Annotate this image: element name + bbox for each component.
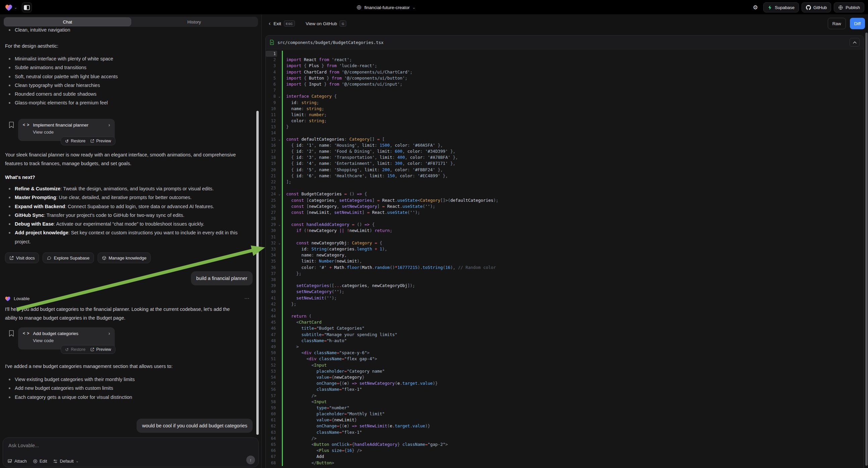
preview-button[interactable]: Preview bbox=[90, 139, 111, 143]
chat-scrollbar[interactable] bbox=[256, 111, 259, 435]
file-path: src/components/budget/BudgetCategories.t… bbox=[277, 40, 383, 45]
collapse-file-button[interactable] bbox=[849, 38, 860, 47]
github-button[interactable]: GitHub bbox=[802, 2, 831, 12]
raw-toggle-button[interactable]: Raw bbox=[828, 18, 846, 29]
attach-button[interactable]: Attach bbox=[8, 459, 27, 464]
fold-toggle-icon bbox=[277, 344, 282, 350]
bookmark-icon[interactable] bbox=[9, 330, 14, 337]
fold-toggle-icon bbox=[277, 258, 282, 264]
globe-icon bbox=[838, 5, 843, 10]
g-shortcut-badge: G bbox=[340, 21, 346, 27]
line-number: 25 bbox=[266, 197, 277, 203]
code-line: 4import ChartCard from '@/components/ui/… bbox=[266, 69, 864, 75]
line-number: 46 bbox=[266, 325, 277, 331]
project-switcher[interactable]: financial-future-creator ⌄ bbox=[356, 0, 415, 15]
list-item: Each category gets a unique color for vi… bbox=[5, 393, 248, 402]
fold-toggle-icon[interactable]: ⌄ bbox=[277, 240, 282, 246]
list-item: Minimalist interface with plenty of whit… bbox=[5, 54, 248, 63]
code-line: 19 { id: '4', name: 'Entertainment', lim… bbox=[266, 160, 864, 167]
tab-chat[interactable]: Chat bbox=[4, 18, 131, 26]
fold-toggle-icon bbox=[277, 87, 282, 93]
restore-icon: ↺ bbox=[65, 139, 69, 144]
code-line: 18 { id: '3', name: 'Transportation', li… bbox=[266, 154, 864, 160]
sliders-icon bbox=[53, 459, 58, 464]
code-line: 65 <Button onClick={handleAddCategory} c… bbox=[266, 441, 864, 447]
preview-button[interactable]: Preview bbox=[90, 347, 111, 352]
code-line: 7 bbox=[266, 87, 864, 93]
supabase-button[interactable]: Supabase bbox=[763, 2, 799, 12]
fold-toggle-icon bbox=[277, 429, 282, 435]
code-line: 40 setNewCategory(''); bbox=[266, 289, 864, 295]
exit-button[interactable]: Exit bbox=[274, 21, 281, 26]
list-item: Refine & Customize: Tweak the design, an… bbox=[5, 184, 244, 193]
send-button[interactable]: ↑ bbox=[246, 456, 255, 464]
more-options-icon[interactable]: ⋯ bbox=[244, 295, 250, 301]
bookmark-icon[interactable] bbox=[9, 121, 14, 128]
chevron-right-icon: › bbox=[108, 122, 110, 127]
chevron-down-icon: ⌄ bbox=[412, 5, 415, 10]
code-lines: 12import React from 'react';3import { Pl… bbox=[266, 49, 864, 466]
lovable-heart-icon bbox=[5, 4, 13, 11]
list-item: Soft, neutral color palette with light b… bbox=[5, 72, 248, 81]
lovable-logo-menu[interactable]: ⌄ bbox=[5, 4, 17, 11]
line-number: 14 bbox=[266, 130, 277, 136]
fold-toggle-icon[interactable]: ⌄ bbox=[277, 136, 282, 142]
visit-docs-button[interactable]: Visit docs bbox=[5, 253, 39, 263]
fold-toggle-icon bbox=[277, 75, 282, 81]
line-number: 22 bbox=[266, 179, 277, 185]
view-code-link[interactable]: View code bbox=[33, 129, 110, 135]
file-header[interactable]: src/components/budget/BudgetCategories.t… bbox=[266, 36, 864, 49]
restore-button[interactable]: ↺ Restore bbox=[65, 347, 86, 352]
line-number: 10 bbox=[266, 106, 277, 112]
chat-input[interactable] bbox=[8, 443, 253, 448]
list-item: GitHub Sync: Transfer your project's cod… bbox=[5, 211, 244, 220]
sidebar-toggle-button[interactable] bbox=[22, 2, 32, 12]
line-number: 59 bbox=[266, 405, 277, 411]
top-bar: ⌄ financial-future-creator ⌄ ⚙ Supabase bbox=[0, 0, 868, 15]
fold-toggle-icon bbox=[277, 435, 282, 441]
diff-toggle-button[interactable]: Diff bbox=[850, 18, 865, 29]
manage-knowledge-button[interactable]: Manage knowledge bbox=[98, 253, 151, 263]
code-panel-scrollbar[interactable] bbox=[865, 33, 868, 466]
fold-toggle-icon bbox=[277, 124, 282, 130]
fold-toggle-icon bbox=[277, 228, 282, 234]
fold-toggle-icon bbox=[277, 338, 282, 344]
tab-history[interactable]: History bbox=[131, 18, 258, 26]
publish-button[interactable]: Publish bbox=[834, 2, 864, 12]
code-line: 39 setCategories([...categories, newCate… bbox=[266, 283, 864, 289]
fold-toggle-icon bbox=[277, 283, 282, 289]
line-number: 56 bbox=[266, 386, 277, 392]
mode-selector[interactable]: Default ⌄ bbox=[53, 459, 79, 464]
fold-toggle-icon bbox=[277, 374, 282, 380]
fold-toggle-icon bbox=[277, 405, 282, 411]
code-line: 20 { id: '5', name: 'Shopping', limit: 2… bbox=[266, 167, 864, 173]
chat-input-box[interactable]: Attach Edit Default ⌄ ↑ bbox=[3, 437, 259, 467]
fold-toggle-icon[interactable]: ⌄ bbox=[277, 191, 282, 197]
restore-button[interactable]: ↺ Restore bbox=[65, 139, 86, 144]
assistant-name: Lovable bbox=[14, 296, 30, 301]
edit-mode-button[interactable]: Edit bbox=[33, 459, 47, 464]
line-number: 33 bbox=[266, 246, 277, 252]
fold-toggle-icon bbox=[277, 423, 282, 429]
code-line: 31 bbox=[266, 234, 864, 240]
globe-icon bbox=[356, 5, 362, 10]
explore-supabase-button[interactable]: Explore Supabase bbox=[42, 253, 94, 263]
code-line: 59 type="number" bbox=[266, 405, 864, 411]
fold-toggle-icon[interactable]: ⌄ bbox=[277, 93, 282, 99]
code-icon: < > bbox=[23, 122, 30, 127]
line-number: 63 bbox=[266, 429, 277, 435]
line-number: 45 bbox=[266, 319, 277, 325]
code-line: 26 const [newCategory, setNewCategory] =… bbox=[266, 203, 864, 209]
settings-button[interactable]: ⚙ bbox=[750, 2, 761, 12]
fold-toggle-icon[interactable]: ⌄ bbox=[277, 222, 282, 228]
fold-toggle-icon bbox=[277, 295, 282, 301]
line-number: 68 bbox=[266, 460, 277, 466]
line-number: 1 bbox=[266, 51, 277, 57]
code-icon: < > bbox=[23, 331, 30, 336]
code-line: 27 const [newLimit, setNewLimit] = React… bbox=[266, 209, 864, 215]
view-code-link[interactable]: View code bbox=[33, 338, 110, 343]
code-line: 36 color: '#' + Math.floor(Math.random()… bbox=[266, 265, 864, 271]
view-on-github-link[interactable]: View on GitHub bbox=[306, 21, 337, 26]
code-line: 47 subtitle="Manage your spending limits… bbox=[266, 332, 864, 338]
user-message-bubble: would be cool if you could add budget ca… bbox=[136, 419, 253, 433]
